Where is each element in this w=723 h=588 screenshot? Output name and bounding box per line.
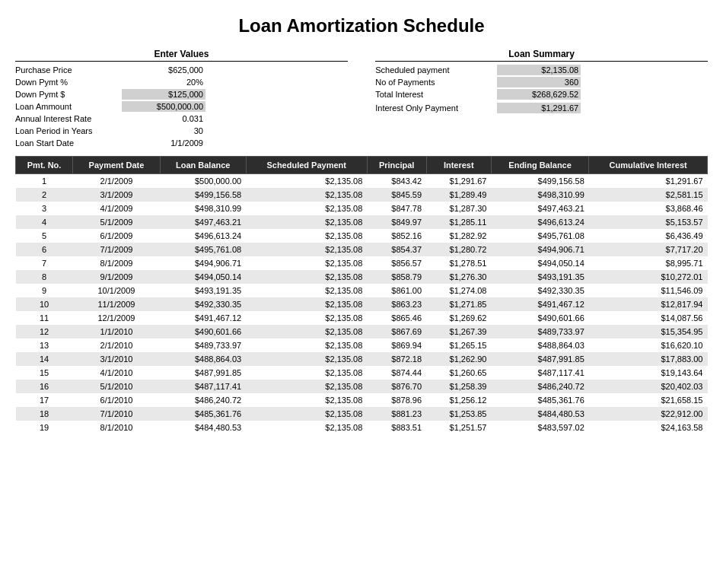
table-cell: $24,163.58: [589, 421, 708, 434]
total-interest-label: Total Interest: [375, 90, 497, 99]
table-cell: $495,761.08: [491, 229, 588, 243]
table-cell: $487,991.85: [160, 366, 246, 380]
annual-rate-label: Annual Interest Rate: [15, 114, 122, 123]
table-cell: $22,912.00: [589, 407, 708, 421]
table-cell: 7/1/2009: [73, 243, 161, 256]
table-cell: 5/1/2010: [73, 380, 161, 393]
table-cell: $2,135.08: [246, 311, 367, 325]
table-cell: $488,864.03: [491, 338, 588, 352]
table-cell: $20,402.03: [589, 380, 708, 393]
table-cell: 18: [16, 407, 73, 421]
table-cell: $872.18: [367, 352, 426, 366]
table-cell: $1,269.62: [426, 311, 491, 325]
table-cell: 15: [16, 366, 73, 380]
table-cell: $494,906.71: [491, 243, 588, 256]
table-cell: $16,620.10: [589, 338, 708, 352]
purchase-price-label: Purchase Price: [15, 65, 122, 75]
table-cell: $12,817.94: [589, 297, 708, 311]
num-payments-row: No of Payments 360: [375, 77, 708, 87]
table-cell: $1,260.65: [426, 366, 491, 380]
table-cell: $484,480.53: [491, 407, 588, 421]
down-pmt-dollar-row: Down Pymt $ $125,000: [15, 89, 348, 100]
table-row: 78/1/2009$494,906.71$2,135.08$856.57$1,2…: [16, 256, 708, 270]
table-cell: $858.79: [367, 270, 426, 284]
top-section: Enter Values Purchase Price $625,000 Dow…: [15, 49, 708, 150]
loan-start-label: Loan Start Date: [15, 138, 122, 148]
table-cell: 5/1/2009: [73, 215, 161, 229]
table-cell: $1,278.51: [426, 256, 491, 270]
table-cell: $498,310.99: [160, 202, 246, 215]
table-cell: $497,463.21: [160, 215, 246, 229]
purchase-price-value: $625,000: [122, 65, 205, 75]
table-cell: $8,995.71: [589, 256, 708, 270]
annual-rate-row: Annual Interest Rate 0.031: [15, 113, 348, 124]
table-cell: $1,291.67: [589, 174, 708, 189]
table-cell: $487,117.41: [491, 366, 588, 380]
table-cell: 6: [16, 243, 73, 256]
table-row: 12/1/2009$500,000.00$2,135.08$843.42$1,2…: [16, 174, 708, 189]
table-cell: $492,330.35: [160, 297, 246, 311]
num-payments-label: No of Payments: [375, 78, 497, 87]
table-cell: $2,135.08: [246, 188, 367, 202]
table-cell: $1,276.30: [426, 270, 491, 284]
enter-values-panel: Enter Values Purchase Price $625,000 Dow…: [15, 49, 348, 150]
table-cell: 7/1/2010: [73, 407, 161, 421]
loan-period-label: Loan Period in Years: [15, 126, 122, 135]
table-cell: $17,883.00: [589, 352, 708, 366]
table-cell: $485,361.76: [160, 407, 246, 421]
table-cell: $492,330.35: [491, 284, 588, 297]
table-cell: $2,135.08: [246, 215, 367, 229]
table-cell: $2,135.08: [246, 352, 367, 366]
table-cell: $494,050.14: [160, 270, 246, 284]
table-cell: $867.69: [367, 325, 426, 338]
down-pmt-dollar-value: $125,000: [122, 89, 205, 100]
table-cell: 19: [16, 421, 73, 434]
table-row: 187/1/2010$485,361.76$2,135.08$881.23$1,…: [16, 407, 708, 421]
table-cell: 4/1/2009: [73, 202, 161, 215]
table-cell: 14: [16, 352, 73, 366]
table-cell: $1,251.57: [426, 421, 491, 434]
table-cell: $1,267.39: [426, 325, 491, 338]
table-row: 910/1/2009$493,191.35$2,135.08$861.00$1,…: [16, 284, 708, 297]
table-cell: $852.16: [367, 229, 426, 243]
table-cell: $486,240.72: [491, 380, 588, 393]
table-row: 1011/1/2009$492,330.35$2,135.08$863.23$1…: [16, 297, 708, 311]
table-cell: 1/1/2010: [73, 325, 161, 338]
table-cell: $1,287.30: [426, 202, 491, 215]
table-cell: $487,117.41: [160, 380, 246, 393]
table-cell: 7: [16, 256, 73, 270]
col-principal: Principal: [367, 157, 426, 174]
table-cell: $2,135.08: [246, 284, 367, 297]
table-cell: 17: [16, 393, 73, 407]
table-cell: 6/1/2010: [73, 393, 161, 407]
table-row: 198/1/2010$484,480.53$2,135.08$883.51$1,…: [16, 421, 708, 434]
table-row: 56/1/2009$496,613.24$2,135.08$852.16$1,2…: [16, 229, 708, 243]
table-cell: $498,310.99: [491, 188, 588, 202]
table-cell: $2,135.08: [246, 202, 367, 215]
table-row: 132/1/2010$489,733.97$2,135.08$869.94$1,…: [16, 338, 708, 352]
table-cell: 1: [16, 174, 73, 189]
table-row: 165/1/2010$487,117.41$2,135.08$876.70$1,…: [16, 380, 708, 393]
table-cell: 2/1/2009: [73, 174, 161, 189]
table-cell: $497,463.21: [491, 202, 588, 215]
table-cell: $2,135.08: [246, 174, 367, 189]
table-cell: $845.59: [367, 188, 426, 202]
table-row: 121/1/2010$490,601.66$2,135.08$867.69$1,…: [16, 325, 708, 338]
table-row: 23/1/2009$499,156.58$2,135.08$845.59$1,2…: [16, 188, 708, 202]
table-cell: 12: [16, 325, 73, 338]
scheduled-payment-row: Scheduled payment $2,135.08: [375, 65, 708, 75]
table-cell: $2,135.08: [246, 270, 367, 284]
scheduled-payment-label: Scheduled payment: [375, 65, 497, 75]
table-row: 176/1/2010$486,240.72$2,135.08$878.96$1,…: [16, 393, 708, 407]
table-cell: $486,240.72: [160, 393, 246, 407]
table-cell: 13: [16, 338, 73, 352]
table-cell: 3/1/2010: [73, 352, 161, 366]
table-cell: $2,135.08: [246, 297, 367, 311]
down-pmt-pct-label: Down Pymt %: [15, 78, 122, 87]
table-cell: $2,135.08: [246, 325, 367, 338]
table-cell: $491,467.12: [491, 297, 588, 311]
table-cell: $15,354.95: [589, 325, 708, 338]
table-cell: $2,135.08: [246, 256, 367, 270]
table-cell: $849.97: [367, 215, 426, 229]
table-cell: $2,135.08: [246, 380, 367, 393]
